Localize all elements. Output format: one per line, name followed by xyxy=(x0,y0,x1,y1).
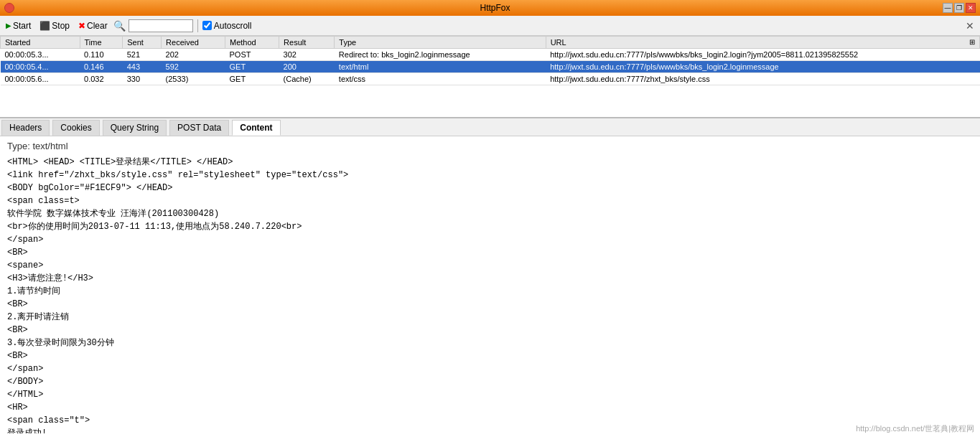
table-row[interactable]: 00:00:05.3...0.110521202POST302Redirect … xyxy=(1,49,980,61)
table-cell: 202 xyxy=(162,49,225,61)
table-cell: http://jwxt.sdu.edu.cn:7777/pls/wwwbks/b… xyxy=(546,61,979,73)
col-url: URL ⊞ xyxy=(546,37,979,49)
col-result: Result xyxy=(279,37,335,49)
table-cell: http://jwxt.sdu.edu.cn:7777/zhxt_bks/sty… xyxy=(546,73,979,85)
detail-tab-query-string[interactable]: Query String xyxy=(103,120,167,136)
table-cell: 521 xyxy=(123,49,162,61)
request-table: Started Time Sent Received Method Result… xyxy=(0,36,980,85)
title-bar: HttpFox — ❐ ✕ xyxy=(0,0,980,16)
col-method: Method xyxy=(225,37,279,49)
toolbar: ▶ Start ⬛ Stop ✖ Clear 🔍 Autoscroll ✕ xyxy=(0,16,980,36)
stop-icon: ⬛ xyxy=(39,21,50,31)
table-cell: text/html xyxy=(335,61,546,73)
play-icon: ▶ xyxy=(6,22,11,29)
restore-button[interactable]: ❐ xyxy=(954,3,964,13)
table-cell: 443 xyxy=(123,61,162,73)
detail-tab-post-data[interactable]: POST Data xyxy=(169,120,229,136)
stop-label: Stop xyxy=(52,21,70,31)
table-cell: 00:00:05.3... xyxy=(1,49,80,61)
content-body: <HTML> <HEAD> <TITLE>登录结果</TITLE> </HEAD… xyxy=(7,156,973,433)
table-cell: 00:00:05.4... xyxy=(1,61,80,73)
col-sent: Sent xyxy=(123,37,162,49)
table-cell: (Cache) xyxy=(279,73,335,85)
table-cell: 592 xyxy=(162,61,225,73)
detail-tab-headers[interactable]: Headers xyxy=(1,120,50,136)
detail-tabs: HeadersCookiesQuery StringPOST DataConte… xyxy=(0,118,980,136)
table-cell: http://jwxt.sdu.edu.cn:7777/pls/wwwbks/b… xyxy=(546,49,979,61)
request-table-wrapper: Started Time Sent Received Method Result… xyxy=(0,36,980,118)
autoscroll-checkbox[interactable] xyxy=(202,21,212,30)
table-cell: (2533) xyxy=(162,73,225,85)
separator xyxy=(197,19,198,32)
col-received: Received xyxy=(162,37,225,49)
table-cell: GET xyxy=(225,73,279,85)
table-cell: 330 xyxy=(123,73,162,85)
search-icon[interactable]: 🔍 xyxy=(113,20,126,32)
detail-tab-cookies[interactable]: Cookies xyxy=(52,120,99,136)
content-type-label: Type: text/html xyxy=(7,141,973,151)
search-input[interactable] xyxy=(129,19,193,32)
detail-tab-content[interactable]: Content xyxy=(232,120,280,136)
start-label: Start xyxy=(13,21,31,31)
app-title: HttpFox xyxy=(47,3,943,13)
table-row[interactable]: 00:00:05.4...0.146443592GET200text/htmlh… xyxy=(1,61,980,73)
content-area: Type: text/html <HTML> <HEAD> <TITLE>登录结… xyxy=(0,136,980,433)
table-cell: 0.146 xyxy=(80,61,123,73)
autoscroll-text: Autoscroll xyxy=(214,21,252,31)
col-type: Type xyxy=(335,37,546,49)
clear-label: Clear xyxy=(87,21,108,31)
stop-button[interactable]: ⬛ Stop xyxy=(37,19,73,32)
close-panel-button[interactable]: ✕ xyxy=(963,20,977,32)
table-row[interactable]: 00:00:05.6...0.032330(2533)GET(Cache)tex… xyxy=(1,73,980,85)
clear-button[interactable]: ✖ Clear xyxy=(75,19,111,32)
table-cell: GET xyxy=(225,61,279,73)
col-time: Time xyxy=(80,37,123,49)
table-cell: 00:00:05.6... xyxy=(1,73,80,85)
url-col-icon: ⊞ xyxy=(969,38,975,46)
autoscroll-label[interactable]: Autoscroll xyxy=(202,21,252,31)
close-button[interactable]: ✕ xyxy=(966,3,976,13)
table-cell: 0.110 xyxy=(80,49,123,61)
table-cell: POST xyxy=(225,49,279,61)
table-cell: 302 xyxy=(279,49,335,61)
table-cell: Redirect to: bks_login2.loginmessage xyxy=(335,49,546,61)
start-button[interactable]: ▶ Start xyxy=(3,19,34,32)
minimize-button[interactable]: — xyxy=(943,3,953,13)
table-cell: text/css xyxy=(335,73,546,85)
window-close-dot xyxy=(4,3,14,13)
clear-icon: ✖ xyxy=(78,21,85,31)
table-cell: 0.032 xyxy=(80,73,123,85)
table-cell: 200 xyxy=(279,61,335,73)
col-started: Started xyxy=(1,37,80,49)
window-controls: — ❐ ✕ xyxy=(943,3,976,13)
